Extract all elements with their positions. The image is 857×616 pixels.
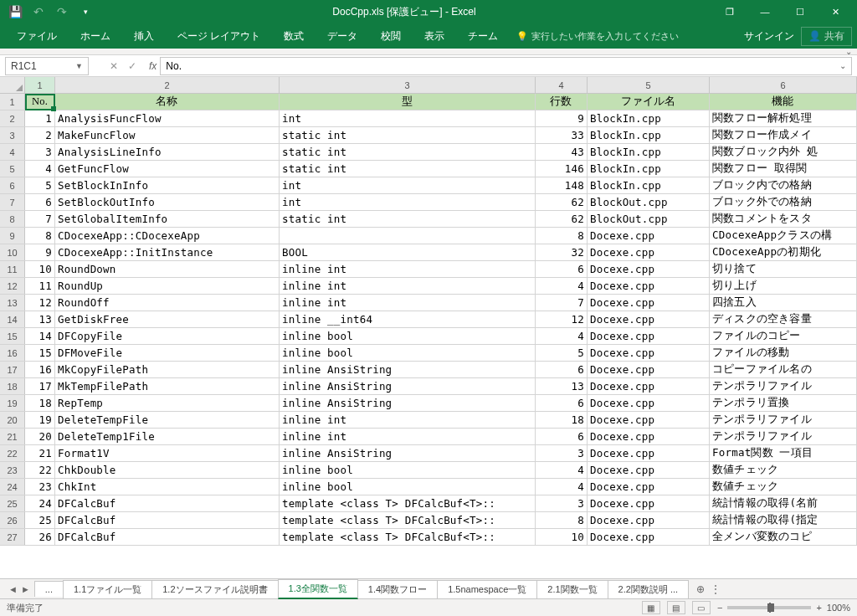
cell[interactable]: Docexe.cpp [588, 395, 710, 411]
cell[interactable]: Docexe.cpp [588, 345, 710, 361]
row-header[interactable]: 11 [0, 261, 25, 277]
cell[interactable]: inline int [280, 278, 536, 294]
row-header[interactable]: 7 [0, 194, 25, 210]
cell[interactable]: SetBlockInInfo [55, 177, 280, 193]
worksheet-grid[interactable]: 1 2 3 4 5 6 1No.名称型行数ファイル名機能21AnalysisFu… [0, 77, 857, 578]
row-header[interactable]: 15 [0, 328, 25, 344]
cell[interactable]: SetGlobalItemInfo [55, 211, 280, 227]
cell[interactable]: AnalysisFuncFlow [55, 110, 280, 126]
signin-link[interactable]: サインイン [744, 29, 794, 44]
cell[interactable]: 関数コメントをスタ [710, 211, 857, 227]
cell[interactable]: 13 [25, 311, 55, 327]
cell[interactable]: 12 [536, 311, 588, 327]
row-header[interactable]: 25 [0, 495, 25, 511]
col-header[interactable]: 6 [710, 77, 857, 93]
cell[interactable]: BlockOut.cpp [588, 211, 710, 227]
col-header[interactable]: 1 [25, 77, 55, 93]
cell[interactable]: DFMoveFile [55, 345, 280, 361]
cell[interactable]: 4 [536, 278, 588, 294]
cell[interactable]: GetDiskFree [55, 311, 280, 327]
cell[interactable]: 6 [536, 261, 588, 277]
header-cell[interactable]: 行数 [536, 94, 588, 110]
row-header[interactable]: 8 [0, 211, 25, 227]
add-sheet-icon[interactable]: ⊕ [692, 581, 709, 598]
cell[interactable]: inline bool [280, 345, 536, 361]
cell[interactable]: static int [280, 127, 536, 143]
sheet-tab[interactable]: 1.4関数フロー [357, 580, 438, 598]
tab-data[interactable]: データ [316, 23, 369, 49]
cell[interactable]: 17 [25, 378, 55, 394]
row-header[interactable]: 16 [0, 345, 25, 361]
cell[interactable]: inline __int64 [280, 311, 536, 327]
zoom-slider[interactable] [727, 606, 811, 609]
cell[interactable]: 四捨五入 [710, 295, 857, 311]
cell[interactable]: 全メンバ変数のコピ [710, 529, 857, 545]
cell[interactable]: inline AnsiString [280, 378, 536, 394]
cell[interactable]: Docexe.cpp [588, 462, 710, 478]
cell[interactable]: 22 [25, 462, 55, 478]
cell[interactable]: 関数フロー作成メイ [710, 127, 857, 143]
cell[interactable]: DeleteTempFile [55, 412, 280, 428]
cell[interactable]: 1 [25, 110, 55, 126]
tab-file[interactable]: ファイル [5, 23, 69, 49]
tab-nav-first-icon[interactable]: ◄ [8, 584, 18, 594]
cell[interactable]: 20 [25, 429, 55, 444]
row-header[interactable]: 4 [0, 144, 25, 160]
cell[interactable]: DFCalcBuf [55, 529, 280, 545]
row-header[interactable]: 19 [0, 395, 25, 411]
close-icon[interactable]: ✕ [819, 2, 852, 22]
zoom-out-icon[interactable]: − [717, 603, 722, 613]
formula-bar[interactable]: No.⌄ [160, 57, 852, 75]
zoom-level[interactable]: 100% [827, 603, 850, 613]
name-box[interactable]: R1C1▼ [5, 57, 89, 75]
cell[interactable]: template <class T> DFCalcBuf<T>:: [280, 495, 536, 511]
cell[interactable]: 25 [25, 512, 55, 528]
header-cell[interactable]: 名称 [55, 94, 280, 110]
cell[interactable]: テンポラリファイル [710, 429, 857, 444]
cell[interactable]: 62 [536, 211, 588, 227]
cell[interactable]: Docexe.cpp [588, 228, 710, 244]
cell[interactable]: ブロック外での格納 [710, 194, 857, 210]
cell[interactable]: Docexe.cpp [588, 244, 710, 260]
row-header[interactable]: 3 [0, 127, 25, 143]
cell[interactable]: Docexe.cpp [588, 378, 710, 394]
cell[interactable]: inline AnsiString [280, 362, 536, 377]
row-header[interactable]: 1 [0, 94, 25, 110]
cell[interactable]: 7 [536, 295, 588, 311]
share-button[interactable]: 👤共有 [801, 27, 852, 46]
cell[interactable]: BlockIn.cpp [588, 110, 710, 126]
cell[interactable]: MkCopyFilePath [55, 362, 280, 377]
cell[interactable]: DFCopyFile [55, 328, 280, 344]
cell[interactable]: 33 [536, 127, 588, 143]
row-header[interactable]: 10 [0, 244, 25, 260]
cell[interactable]: Docexe.cpp [588, 479, 710, 495]
sheet-tab[interactable]: 2.2関数説明 ... [608, 580, 690, 598]
undo-icon[interactable]: ↶ [28, 2, 49, 22]
cell[interactable]: 24 [25, 495, 55, 511]
cell[interactable]: inline bool [280, 462, 536, 478]
cell[interactable]: inline bool [280, 328, 536, 344]
tab-home[interactable]: ホーム [69, 23, 122, 49]
cell[interactable]: 10 [536, 529, 588, 545]
cell[interactable]: 7 [25, 211, 55, 227]
cell[interactable]: 11 [25, 278, 55, 294]
cell[interactable]: ChkDouble [55, 462, 280, 478]
ribbon-options-icon[interactable]: ❐ [713, 2, 747, 22]
row-header[interactable]: 9 [0, 228, 25, 244]
cell[interactable]: static int [280, 161, 536, 177]
cell[interactable]: DeleteTemp1File [55, 429, 280, 444]
cell[interactable]: 数値チェック [710, 462, 857, 478]
cell[interactable]: 6 [536, 429, 588, 444]
header-cell[interactable]: 型 [280, 94, 536, 110]
cell[interactable] [280, 228, 536, 244]
sheet-tab-active[interactable]: 1.3全関数一覧 [278, 579, 358, 599]
cell[interactable]: RoundUp [55, 278, 280, 294]
cell[interactable]: 統計情報の取得(名前 [710, 495, 857, 511]
cell[interactable]: AnalysisLineInfo [55, 144, 280, 160]
col-header[interactable]: 2 [55, 77, 280, 93]
sheet-tab[interactable]: 1.2ソースファイル説明書 [151, 580, 278, 598]
cell[interactable]: 2 [25, 127, 55, 143]
cell[interactable]: 62 [536, 194, 588, 210]
cell[interactable]: 26 [25, 529, 55, 545]
cell[interactable]: 関数フロー 取得関 [710, 161, 857, 177]
